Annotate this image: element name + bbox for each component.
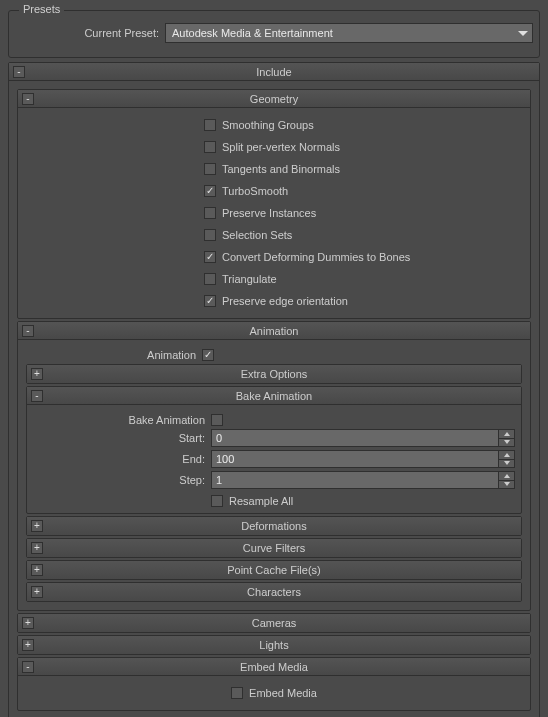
geometry-option-checkbox[interactable] xyxy=(204,207,216,219)
animation-title: Animation xyxy=(18,325,530,337)
bake-animation-section: - Bake Animation Bake Animation Start: xyxy=(26,386,522,514)
bake-animation-checkbox[interactable] xyxy=(211,414,223,426)
curve-filters-title: Curve Filters xyxy=(27,542,521,554)
geometry-option-checkbox[interactable] xyxy=(204,141,216,153)
lights-title: Lights xyxy=(18,639,530,651)
embed-media-checkbox[interactable] xyxy=(231,687,243,699)
geometry-option-label: Split per-vertex Normals xyxy=(222,141,340,153)
geometry-option-checkbox[interactable] xyxy=(204,119,216,131)
geometry-option-checkbox[interactable] xyxy=(204,163,216,175)
step-label: Step: xyxy=(33,474,211,486)
embed-media-label: Embed Media xyxy=(249,687,317,699)
include-toggle[interactable]: - xyxy=(13,66,25,78)
geometry-section: - Geometry Smoothing GroupsSplit per-ver… xyxy=(17,89,531,319)
embed-media-toggle[interactable]: - xyxy=(22,661,34,673)
bake-animation-check-label: Bake Animation xyxy=(33,414,211,426)
arrow-down-icon xyxy=(504,440,510,444)
characters-toggle[interactable]: + xyxy=(31,586,43,598)
cameras-section: + Cameras xyxy=(17,613,531,633)
geometry-option-checkbox[interactable] xyxy=(204,273,216,285)
geometry-option-row: Triangulate xyxy=(204,268,524,290)
chevron-down-icon xyxy=(518,31,528,36)
cameras-title: Cameras xyxy=(18,617,530,629)
step-spin-up[interactable] xyxy=(499,472,514,481)
geometry-option-label: Smoothing Groups xyxy=(222,119,314,131)
deformations-section: + Deformations xyxy=(26,516,522,536)
geometry-option-row: Tangents and Binormals xyxy=(204,158,524,180)
animation-toggle[interactable]: - xyxy=(22,325,34,337)
end-label: End: xyxy=(33,453,211,465)
animation-check-label: Animation xyxy=(24,349,202,361)
geometry-option-checkbox[interactable] xyxy=(204,251,216,263)
arrow-up-icon xyxy=(504,453,510,457)
curve-filters-toggle[interactable]: + xyxy=(31,542,43,554)
geometry-title: Geometry xyxy=(18,93,530,105)
geometry-option-checkbox[interactable] xyxy=(204,229,216,241)
start-label: Start: xyxy=(33,432,211,444)
geometry-option-label: Triangulate xyxy=(222,273,277,285)
extra-options-toggle[interactable]: + xyxy=(31,368,43,380)
geometry-option-label: Preserve edge orientation xyxy=(222,295,348,307)
current-preset-dropdown[interactable]: Autodesk Media & Entertainment xyxy=(165,23,533,43)
geometry-option-row: Preserve edge orientation xyxy=(204,290,524,312)
step-spinner[interactable] xyxy=(211,471,515,489)
start-input[interactable] xyxy=(212,430,498,446)
include-section: - Include - Geometry Smoothing GroupsSpl… xyxy=(8,62,540,717)
geometry-option-row: Split per-vertex Normals xyxy=(204,136,524,158)
bake-animation-toggle[interactable]: - xyxy=(31,390,43,402)
geometry-option-checkbox[interactable] xyxy=(204,185,216,197)
geometry-option-label: Preserve Instances xyxy=(222,207,316,219)
embed-media-title: Embed Media xyxy=(18,661,530,673)
geometry-option-row: Smoothing Groups xyxy=(204,114,524,136)
start-spin-down[interactable] xyxy=(499,439,514,447)
end-spinner[interactable] xyxy=(211,450,515,468)
geometry-option-row: Selection Sets xyxy=(204,224,524,246)
step-input[interactable] xyxy=(212,472,498,488)
resample-all-label: Resample All xyxy=(229,495,293,507)
geometry-option-checkbox[interactable] xyxy=(204,295,216,307)
geometry-toggle[interactable]: - xyxy=(22,93,34,105)
deformations-toggle[interactable]: + xyxy=(31,520,43,532)
extra-options-section: + Extra Options xyxy=(26,364,522,384)
resample-all-checkbox[interactable] xyxy=(211,495,223,507)
current-preset-value: Autodesk Media & Entertainment xyxy=(172,27,333,39)
point-cache-section: + Point Cache File(s) xyxy=(26,560,522,580)
animation-section: - Animation Animation + Extra Options xyxy=(17,321,531,611)
embed-media-section: - Embed Media Embed Media xyxy=(17,657,531,711)
geometry-option-label: TurboSmooth xyxy=(222,185,288,197)
include-title: Include xyxy=(9,66,539,78)
current-preset-label: Current Preset: xyxy=(15,27,165,39)
geometry-option-row: TurboSmooth xyxy=(204,180,524,202)
start-spinner[interactable] xyxy=(211,429,515,447)
geometry-option-label: Convert Deforming Dummies to Bones xyxy=(222,251,410,263)
lights-section: + Lights xyxy=(17,635,531,655)
geometry-option-row: Convert Deforming Dummies to Bones xyxy=(204,246,524,268)
presets-group: Presets Current Preset: Autodesk Media &… xyxy=(8,10,540,58)
characters-title: Characters xyxy=(27,586,521,598)
geometry-option-label: Tangents and Binormals xyxy=(222,163,340,175)
point-cache-toggle[interactable]: + xyxy=(31,564,43,576)
animation-checkbox[interactable] xyxy=(202,349,214,361)
cameras-toggle[interactable]: + xyxy=(22,617,34,629)
arrow-down-icon xyxy=(504,482,510,486)
arrow-up-icon xyxy=(504,474,510,478)
arrow-down-icon xyxy=(504,461,510,465)
end-input[interactable] xyxy=(212,451,498,467)
step-spin-down[interactable] xyxy=(499,481,514,489)
characters-section: + Characters xyxy=(26,582,522,602)
geometry-option-label: Selection Sets xyxy=(222,229,292,241)
end-spin-up[interactable] xyxy=(499,451,514,460)
lights-toggle[interactable]: + xyxy=(22,639,34,651)
end-spin-down[interactable] xyxy=(499,460,514,468)
bake-animation-title: Bake Animation xyxy=(27,390,521,402)
arrow-up-icon xyxy=(504,432,510,436)
deformations-title: Deformations xyxy=(27,520,521,532)
presets-group-label: Presets xyxy=(19,3,64,15)
geometry-option-row: Preserve Instances xyxy=(204,202,524,224)
extra-options-title: Extra Options xyxy=(27,368,521,380)
point-cache-title: Point Cache File(s) xyxy=(27,564,521,576)
start-spin-up[interactable] xyxy=(499,430,514,439)
curve-filters-section: + Curve Filters xyxy=(26,538,522,558)
